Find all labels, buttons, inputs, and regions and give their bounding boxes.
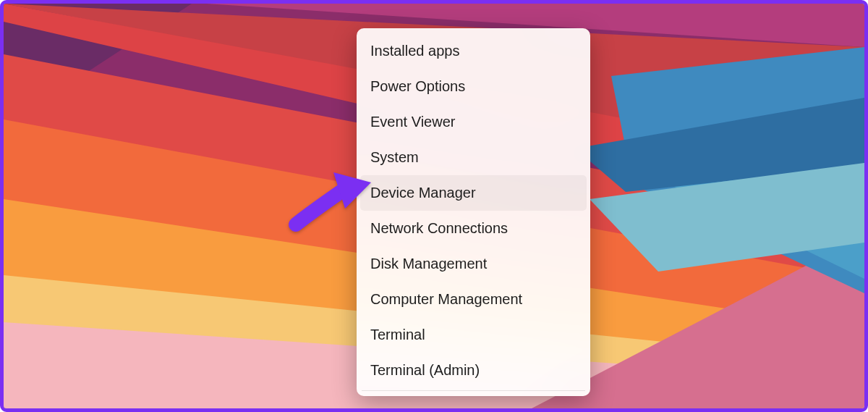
menu-item-terminal-admin[interactable]: Terminal (Admin): [360, 353, 587, 388]
menu-item-computer-management[interactable]: Computer Management: [360, 282, 587, 317]
menu-item-disk-management[interactable]: Disk Management: [360, 246, 587, 282]
menu-item-power-options[interactable]: Power Options: [360, 69, 587, 104]
menu-item-device-manager[interactable]: Device Manager: [360, 175, 587, 211]
menu-item-terminal[interactable]: Terminal: [360, 317, 587, 353]
menu-item-installed-apps[interactable]: Installed apps: [360, 33, 587, 69]
winx-context-menu: Installed apps Power Options Event Viewe…: [357, 28, 590, 396]
menu-item-network-connections[interactable]: Network Connections: [360, 211, 587, 246]
screenshot-frame: Installed apps Power Options Event Viewe…: [0, 0, 868, 412]
menu-item-system[interactable]: System: [360, 140, 587, 175]
menu-separator: [362, 390, 585, 391]
menu-item-event-viewer[interactable]: Event Viewer: [360, 104, 587, 140]
